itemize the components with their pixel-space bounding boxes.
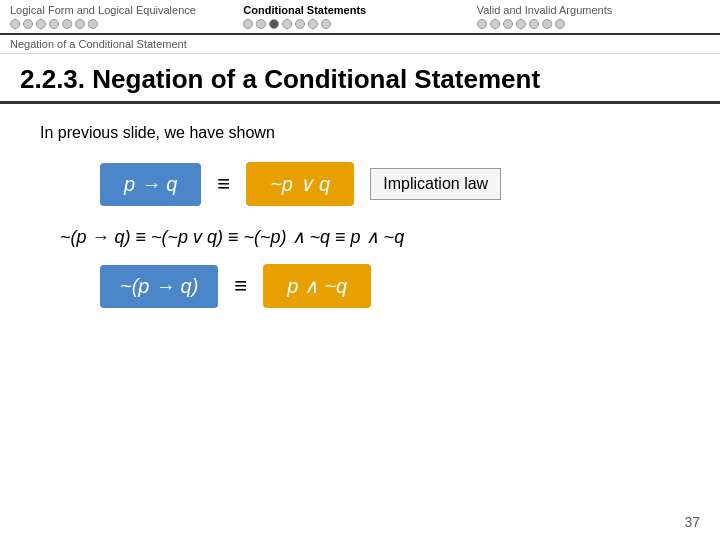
dot [321, 19, 331, 29]
nav-label-valid-invalid: Valid and Invalid Arguments [477, 4, 613, 16]
page-title: 2.2.3. Negation of a Conditional Stateme… [20, 64, 700, 95]
dot [243, 19, 253, 29]
equiv-symbol-1: ≡ [217, 171, 230, 197]
dot [36, 19, 46, 29]
nav-section-valid-invalid: Valid and Invalid Arguments [477, 4, 710, 33]
dot [10, 19, 20, 29]
equiv-symbol-2: ≡ [234, 273, 247, 299]
breadcrumb: Negation of a Conditional Statement [0, 35, 720, 54]
nav-section-conditional: Conditional Statements [243, 4, 476, 33]
dot [75, 19, 85, 29]
dot [256, 19, 266, 29]
dot [503, 19, 513, 29]
intro-text: In previous slide, we have shown [40, 124, 680, 142]
nav-section-logical-form: Logical Form and Logical Equivalence [10, 4, 243, 33]
nav-label-conditional: Conditional Statements [243, 4, 366, 16]
dot [542, 19, 552, 29]
nav-dots-logical-form [10, 19, 98, 29]
top-nav: Logical Form and Logical Equivalence Con… [0, 0, 720, 35]
page-title-section: 2.2.3. Negation of a Conditional Stateme… [0, 54, 720, 104]
dot [555, 19, 565, 29]
nav-dots-valid-invalid [477, 19, 565, 29]
implication-label: Implication law [370, 168, 501, 200]
dot [49, 19, 59, 29]
dot [88, 19, 98, 29]
dot [23, 19, 33, 29]
formula-row-2: ~(p → q) ≡ p ∧ ~q [100, 264, 680, 308]
formula-right-1: ~p ∨ q [246, 162, 354, 206]
dot [295, 19, 305, 29]
nav-dots-conditional [243, 19, 331, 29]
dot [282, 19, 292, 29]
dot [308, 19, 318, 29]
dot [62, 19, 72, 29]
formula-row-1: p → q ≡ ~p ∨ q Implication law [100, 162, 680, 206]
long-formula: ~(p → q) ≡ ~(~p v q) ≡ ~(~p) ∧ ~q ≡ p ∧ … [60, 226, 680, 248]
formula-left-1: p → q [100, 163, 201, 206]
nav-label-logical-form: Logical Form and Logical Equivalence [10, 4, 196, 16]
dot [477, 19, 487, 29]
page-number: 37 [684, 514, 700, 530]
formula-left-2: ~(p → q) [100, 265, 218, 308]
dot [529, 19, 539, 29]
content-area: In previous slide, we have shown p → q ≡… [0, 104, 720, 328]
dot-active [269, 19, 279, 29]
dot [490, 19, 500, 29]
dot [516, 19, 526, 29]
formula-right-2: p ∧ ~q [263, 264, 371, 308]
